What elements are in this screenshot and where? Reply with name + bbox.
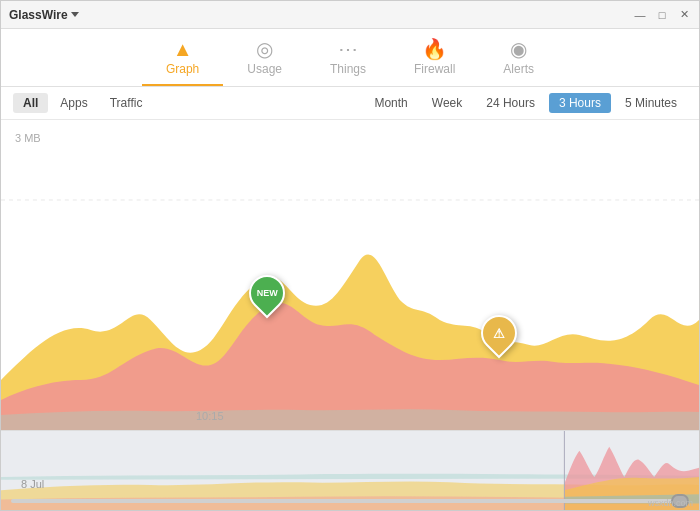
time-week-button[interactable]: Week [422, 93, 472, 113]
time-3hours-button[interactable]: 3 Hours [549, 93, 611, 113]
tab-graph[interactable]: ▲ Graph [142, 35, 223, 86]
title-bar: GlassWire — □ ✕ [1, 1, 699, 29]
nav-bar: ▲ Graph ◎ Usage ⋯ Things 🔥 Firewall ◉ Al… [1, 29, 699, 87]
tab-usage-label: Usage [247, 62, 282, 76]
chart-svg [1, 120, 699, 430]
tab-alerts-label: Alerts [503, 62, 534, 76]
firewall-icon: 🔥 [422, 39, 447, 59]
tab-usage[interactable]: ◎ Usage [223, 35, 306, 86]
maximize-button[interactable]: □ [655, 8, 669, 22]
tab-firewall-label: Firewall [414, 62, 455, 76]
tab-alerts[interactable]: ◉ Alerts [479, 35, 558, 86]
filter-apps-button[interactable]: Apps [50, 93, 97, 113]
filter-group: All Apps Traffic [13, 93, 152, 113]
app-name-label: GlassWire [9, 8, 68, 22]
warn-pin-label: ⚠ [493, 326, 505, 341]
sub-toolbar: All Apps Traffic Month Week 24 Hours 3 H… [1, 87, 699, 120]
minimize-button[interactable]: — [633, 8, 647, 22]
time-group: Month Week 24 Hours 3 Hours 5 Minutes [364, 93, 687, 113]
alerts-icon: ◉ [510, 39, 527, 59]
things-icon: ⋯ [338, 39, 358, 59]
tab-things-label: Things [330, 62, 366, 76]
title-bar-controls: — □ ✕ [633, 8, 691, 22]
new-pin-label: NEW [257, 288, 278, 298]
graph-icon: ▲ [173, 39, 193, 59]
chevron-down-icon [71, 12, 79, 17]
time-month-button[interactable]: Month [364, 93, 417, 113]
time-24hours-button[interactable]: 24 Hours [476, 93, 545, 113]
warn-event-pin[interactable]: ⚠ [481, 315, 517, 356]
usage-icon: ◎ [256, 39, 273, 59]
tab-firewall[interactable]: 🔥 Firewall [390, 35, 479, 86]
filter-all-button[interactable]: All [13, 93, 48, 113]
mini-scrollbar[interactable] [1, 497, 699, 505]
close-button[interactable]: ✕ [677, 8, 691, 22]
app-menu-button[interactable]: GlassWire [9, 8, 79, 22]
watermark: wsxdn.com [648, 498, 693, 508]
main-chart: 3 MB NEW ⚠ 10:15 [1, 120, 699, 430]
mini-chart: 8 Jul wsxdn.com [1, 430, 699, 510]
x-axis-label: 10:15 [196, 410, 224, 422]
filter-traffic-button[interactable]: Traffic [100, 93, 153, 113]
title-bar-left: GlassWire [9, 8, 79, 22]
mini-date-label: 8 Jul [21, 478, 44, 490]
tab-things[interactable]: ⋯ Things [306, 35, 390, 86]
time-5minutes-button[interactable]: 5 Minutes [615, 93, 687, 113]
new-event-pin[interactable]: NEW [249, 275, 285, 316]
scrollbar-track[interactable] [11, 499, 689, 503]
tab-graph-label: Graph [166, 62, 199, 76]
